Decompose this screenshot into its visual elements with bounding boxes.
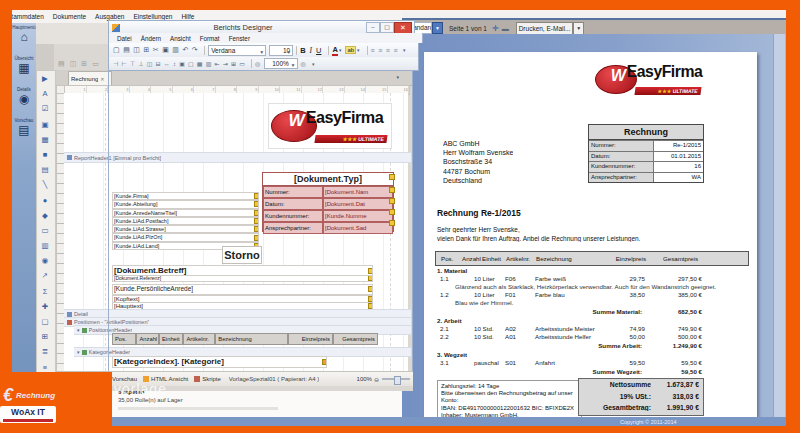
redo-icon[interactable]: ↷	[192, 46, 198, 54]
ungroup-icon[interactable]: ▥	[206, 60, 212, 67]
container-tool-icon[interactable]: ▢	[37, 314, 53, 329]
data-field[interactable]: [Kunde.LiAd.Strasse]	[112, 225, 259, 233]
open-folder-icon[interactable]: ▤	[123, 46, 130, 54]
collapse-icon[interactable]: ▾	[77, 327, 80, 333]
zoom-combo[interactable]: 100%▼	[264, 58, 298, 69]
preview-combo-dropdown-icon[interactable]: ▼	[432, 22, 443, 34]
sum-tool-icon[interactable]: Σ	[37, 284, 53, 299]
zoom-in-icon[interactable]: ◎	[301, 60, 306, 67]
font-color-button[interactable]: A	[332, 45, 337, 56]
shape-tool-icon[interactable]: ■	[37, 147, 53, 162]
same-height-icon[interactable]: ↕	[173, 61, 176, 67]
font-size-combo[interactable]: 10▼	[269, 45, 293, 56]
picture-tool-icon[interactable]: ▦	[37, 132, 53, 147]
undo-icon[interactable]: ↶	[182, 46, 188, 54]
dokument-typ-table[interactable]: [Dokument.Typ] Nummer: [Dokument.Nam Dat…	[262, 172, 394, 232]
center-v-icon[interactable]: ⊟	[156, 60, 161, 67]
barcode-tool-icon[interactable]: ▥	[37, 238, 53, 253]
align-center-icon[interactable]: ≡	[378, 47, 382, 54]
align-left-icon[interactable]: ≡	[371, 47, 375, 54]
pointer-icon[interactable]: ▶	[37, 71, 53, 86]
page-layout-icon[interactable]: ✛	[492, 24, 499, 33]
tab-rechnung[interactable]: Rechnung ✕	[68, 71, 112, 86]
frame-tool-icon[interactable]: ▭	[37, 223, 53, 238]
bold-button[interactable]: B	[300, 46, 305, 55]
save-icon[interactable]: ◫	[133, 46, 140, 54]
cut-icon[interactable]: ✂	[153, 46, 159, 54]
anrede-field[interactable]: [Kunde.PersönlicheAnrede]	[112, 284, 373, 295]
font-family-combo[interactable]: Verdana▼	[208, 45, 266, 56]
save-all-icon[interactable]: ⊞	[143, 46, 149, 54]
dokument-typ-header[interactable]: [Dokument.Typ]	[263, 173, 393, 186]
field-handle[interactable]	[254, 218, 259, 224]
table-tool-icon[interactable]: ▤	[37, 162, 53, 177]
copy-icon[interactable]: ▣	[162, 46, 169, 54]
pagebreak-tool-icon[interactable]: ≣	[37, 344, 53, 359]
print-email-button[interactable]: Drucken, E-Mail...	[516, 22, 574, 35]
sidebar-item-details[interactable]: Details ◉	[12, 85, 36, 116]
matrix-tool-icon[interactable]: ⊞	[37, 329, 53, 344]
app-menu-item[interactable]: Hilfe	[181, 13, 194, 20]
logo-field[interactable]: W EasyFirma ★★★ ULTIMATE	[268, 103, 392, 149]
field-handle[interactable]	[389, 174, 395, 180]
designer-menu-item[interactable]: Fenster	[229, 35, 250, 42]
align-top-icon[interactable]: ⊤	[130, 60, 135, 67]
align-bottom-icon[interactable]: ⊥	[138, 60, 143, 67]
ellipse-tool-icon[interactable]: ●	[37, 193, 53, 208]
close-button[interactable]: ✕	[394, 22, 412, 34]
line-tool-icon[interactable]: ╲	[37, 177, 53, 192]
add-tool-icon[interactable]: ✚	[37, 299, 53, 314]
fit-page-icon[interactable]: ⇥	[223, 60, 228, 67]
zoom-minus-icon[interactable]: ⊖	[374, 376, 379, 383]
kategorie-field[interactable]: [KategorieIndex]. [Kategorie]	[112, 356, 327, 368]
app-menu-item[interactable]: Einstellungen	[133, 13, 172, 20]
sidebar-item-hauptmenu[interactable]: Hauptmenü ⌂	[12, 23, 36, 54]
designer-menu-item[interactable]: Ändern	[141, 35, 161, 42]
data-field[interactable]: [Kunde.LiAd.PlzOrt]	[112, 233, 259, 241]
page-width-icon[interactable]: ▬	[502, 25, 509, 32]
highlight-dropdown-icon[interactable]: ▾	[357, 47, 360, 53]
designer-menu-item[interactable]: Format	[200, 35, 220, 42]
zoom-slider[interactable]	[382, 378, 410, 380]
data-field[interactable]: [Kunde.AnredeNameTitel]	[112, 209, 259, 217]
align-edge-left-icon[interactable]: ⊣	[113, 60, 118, 67]
bring-front-icon[interactable]: ▣	[179, 60, 185, 67]
maximize-button[interactable]: ▢	[380, 22, 394, 33]
snap-icon[interactable]: ▭	[239, 60, 245, 67]
app-menu-item[interactable]: Dokumente	[53, 13, 86, 20]
font-color-dropdown-icon[interactable]: ▾	[339, 47, 342, 53]
sidebar-item-uebersicht[interactable]: Übersicht ▦	[12, 54, 36, 85]
align-right-icon[interactable]: ≡	[386, 47, 390, 54]
designer-menu-item[interactable]: Ansicht	[170, 35, 191, 42]
app-menu-item[interactable]: Ausgaben	[95, 13, 124, 20]
preview-scrollbar[interactable]	[773, 34, 785, 417]
data-field[interactable]: [Kunde.Abteilung]	[112, 200, 259, 208]
polygon-tool-icon[interactable]: ◆	[37, 208, 53, 223]
toolbar-overflow-icon[interactable]: ▾	[403, 47, 406, 53]
underline-button[interactable]: U	[316, 46, 321, 55]
field-handle[interactable]	[254, 193, 259, 199]
referenz-field[interactable]: [Dokument.Referenz]	[112, 275, 373, 283]
gauge-tool-icon[interactable]: ↗	[37, 268, 53, 283]
designer-menu-item[interactable]: Datei	[117, 35, 132, 42]
field-handle[interactable]	[254, 226, 259, 232]
tab-close-icon[interactable]: ✕	[100, 76, 104, 82]
field-handle[interactable]	[254, 235, 259, 241]
band-report-header[interactable]: ReportHeader1 [Einmal pro Bericht]	[64, 152, 411, 163]
text-tool-icon[interactable]: A	[37, 86, 53, 101]
grid-toggle-icon[interactable]: ⊞	[231, 60, 236, 67]
collapse-icon[interactable]: ▾	[77, 349, 80, 355]
field-handle[interactable]	[254, 210, 259, 216]
align-edge-right-icon[interactable]: ⊢	[121, 60, 126, 67]
minimize-button[interactable]: –	[366, 22, 380, 33]
field-handle[interactable]	[254, 201, 259, 207]
data-field[interactable]: [Kunde.LiAd.Postfach]	[112, 217, 259, 225]
sidebar-item-vorschau[interactable]: Vorschau ▤	[12, 116, 36, 147]
center-h-icon[interactable]: ◫	[147, 60, 153, 67]
toolbar2-overflow-icon[interactable]: ▾	[312, 61, 315, 67]
print-dropdown-icon[interactable]: ▼	[573, 22, 584, 35]
same-width-icon[interactable]: ↔	[164, 61, 170, 67]
zoom-out-icon[interactable]: ◎	[255, 60, 260, 67]
app-menu-item[interactable]: Stammdaten	[7, 13, 44, 20]
new-file-icon[interactable]: ▢	[113, 46, 120, 54]
